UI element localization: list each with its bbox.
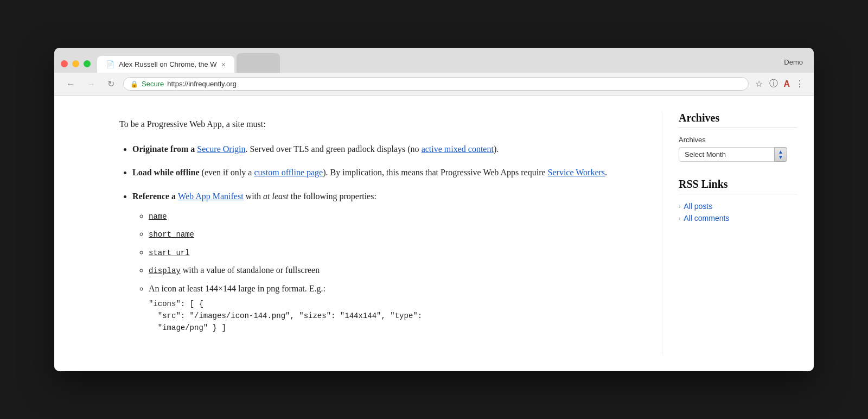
archives-label: Archives — [679, 136, 797, 144]
rss-all-posts: › All posts — [679, 202, 797, 211]
display-rest: with a value of standalone or fullscreen — [181, 265, 320, 275]
rss-title: RSS Links — [679, 178, 797, 194]
bullet2-rest1: (even if only a — [200, 168, 254, 177]
code-line-2: "src": "/images/icon-144.png", "sizes": … — [149, 312, 422, 320]
select-arrow-down-icon: ▼ — [778, 155, 783, 160]
demo-label: Demo — [784, 58, 803, 66]
code-short-name: short_name — [149, 230, 194, 239]
archives-section: Archives Archives Select Month ▲ ▼ — [679, 112, 797, 162]
select-wrapper: Select Month ▲ ▼ — [679, 147, 787, 162]
rss-bullet-icon: › — [679, 204, 680, 210]
tab-close-button[interactable]: × — [221, 61, 226, 68]
main-content: To be a Progressive Web App, a site must… — [54, 112, 662, 355]
sidebar: Archives Archives Select Month ▲ ▼ RSS L… — [662, 112, 814, 355]
icon-text: An icon at least 144×144 large in png fo… — [149, 284, 326, 293]
bullet-item-2: Load while offline (even if only a custo… — [132, 166, 629, 180]
address-actions: ☆ ⓘ A ⋮ — [754, 77, 805, 91]
browser-window: 📄 Alex Russell on Chrome, the W × Demo ←… — [54, 48, 814, 371]
reload-button[interactable]: ↻ — [104, 78, 118, 90]
custom-offline-page-link[interactable]: custom offline page — [254, 168, 323, 177]
archive-select[interactable]: Select Month — [679, 147, 787, 162]
bullet2-end: . — [605, 168, 607, 177]
code-line-1: "icons": [ { — [149, 300, 203, 308]
address-input-wrapper[interactable]: 🔒 Secure https://infrequently.org — [123, 77, 749, 91]
sub-item-name: name — [149, 209, 629, 223]
inactive-tab[interactable] — [237, 53, 280, 73]
rss-all-comments: › All comments — [679, 214, 797, 223]
bullet-item-3: Reference a Web App Manifest with at lea… — [132, 189, 629, 334]
bullet-item-1: Originate from a Secure Origin. Served o… — [132, 142, 629, 156]
sub-item-short-name: short_name — [149, 227, 629, 241]
at-least-italic: at least — [263, 192, 289, 201]
service-workers-link[interactable]: Service Workers — [548, 168, 605, 177]
bullet1-rest: . Served over TLS and green padlock disp… — [246, 144, 422, 154]
bullet-list: Originate from a Secure Origin. Served o… — [119, 142, 629, 334]
url-text: https://infrequently.org — [167, 80, 742, 88]
sub-item-start-url: start_url — [149, 245, 629, 259]
minimize-button[interactable] — [72, 60, 79, 67]
code-name: name — [149, 212, 167, 221]
maximize-button[interactable] — [84, 60, 91, 67]
select-arrows-box: ▲ ▼ — [774, 147, 787, 162]
active-tab[interactable]: 📄 Alex Russell on Chrome, the W × — [97, 56, 234, 73]
tabs-area: 📄 Alex Russell on Chrome, the W × — [97, 53, 807, 73]
rss-section: RSS Links › All posts › All comments — [679, 178, 797, 223]
window-controls — [61, 60, 97, 73]
bullet2-rest2: ). By implication, this means that Progr… — [323, 168, 547, 177]
rss-bullet-icon-2: › — [679, 215, 680, 221]
bullet2-bold: Load while offline — [132, 168, 200, 177]
code-line-3: "image/png" } ] — [149, 323, 226, 332]
tab-page-icon: 📄 — [106, 60, 114, 68]
active-mixed-content-link[interactable]: active mixed content — [422, 144, 494, 154]
sub-item-display: display with a value of standalone or fu… — [149, 263, 629, 277]
address-bar: ← → ↻ 🔒 Secure https://infrequently.org … — [54, 73, 814, 96]
back-button[interactable]: ← — [63, 78, 78, 90]
menu-button[interactable]: ⋮ — [794, 78, 805, 90]
page-content: To be a Progressive Web App, a site must… — [54, 96, 814, 371]
secure-label: Secure — [142, 80, 164, 88]
bullet1-bold-start: Originate from a — [132, 144, 197, 154]
title-bar: 📄 Alex Russell on Chrome, the W × Demo — [54, 48, 814, 73]
chrome-a-icon: A — [783, 79, 790, 89]
archives-title: Archives — [679, 112, 797, 128]
close-button[interactable] — [61, 60, 68, 67]
all-posts-link[interactable]: All posts — [684, 202, 712, 211]
bullet3-rest: with at least the following properties: — [244, 192, 376, 201]
tab-title: Alex Russell on Chrome, the W — [119, 60, 217, 68]
code-block: "icons": [ { "src": "/images/icon-144.pn… — [149, 298, 629, 334]
bookmark-button[interactable]: ☆ — [754, 78, 764, 90]
secure-origin-link[interactable]: Secure Origin — [197, 144, 245, 154]
intro-text: To be a Progressive Web App, a site must… — [119, 117, 629, 131]
bullet3-bold: Reference a — [132, 192, 178, 201]
sub-list: name short_name start_url display with a… — [132, 209, 629, 334]
code-display: display — [149, 266, 181, 275]
info-button[interactable]: ⓘ — [768, 77, 779, 91]
rss-list: › All posts › All comments — [679, 202, 797, 223]
web-app-manifest-link[interactable]: Web App Manifest — [178, 192, 243, 201]
sub-item-icon: An icon at least 144×144 large in png fo… — [149, 282, 629, 334]
secure-icon: 🔒 — [130, 80, 138, 88]
all-comments-link[interactable]: All comments — [684, 214, 729, 223]
code-start-url: start_url — [149, 249, 190, 257]
bullet1-end: ). — [494, 144, 499, 154]
forward-button[interactable]: → — [84, 78, 99, 90]
